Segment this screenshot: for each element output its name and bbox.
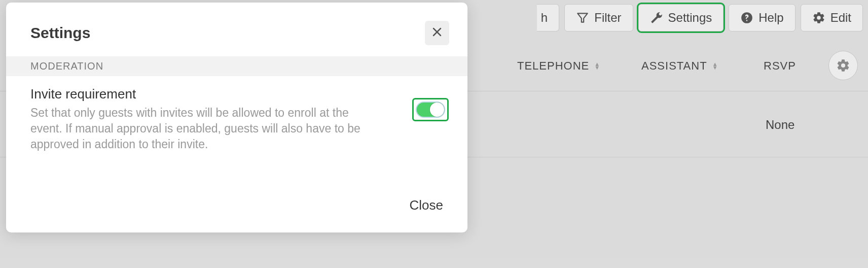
column-assistant-label: ASSISTANT bbox=[641, 59, 707, 73]
edit-button[interactable]: Edit bbox=[801, 4, 863, 31]
svg-marker-0 bbox=[577, 13, 588, 22]
gear-icon bbox=[812, 11, 825, 24]
modal-close-link[interactable]: Close bbox=[410, 197, 443, 213]
filter-icon bbox=[576, 11, 589, 24]
setting-description: Set that only guests with invites will b… bbox=[30, 105, 375, 152]
wrench-icon bbox=[650, 11, 663, 24]
settings-label: Settings bbox=[668, 11, 712, 25]
help-label: Help bbox=[758, 11, 783, 25]
column-telephone[interactable]: TELEPHONE ▲▼ bbox=[517, 59, 600, 73]
filter-label: Filter bbox=[594, 11, 621, 25]
invite-requirement-toggle[interactable] bbox=[416, 102, 445, 118]
column-telephone-label: TELEPHONE bbox=[517, 59, 589, 73]
modal-body: Invite requirement Set that only guests … bbox=[6, 76, 467, 157]
toolbar-partial-label: h bbox=[541, 11, 548, 25]
column-rsvp-label: RSVP bbox=[764, 59, 796, 73]
column-assistant[interactable]: ASSISTANT ▲▼ bbox=[641, 59, 718, 73]
help-button[interactable]: Help bbox=[729, 4, 795, 31]
toggle-knob bbox=[430, 103, 444, 117]
toggle-highlight bbox=[414, 99, 447, 120]
settings-modal: Settings MODERATION Invite requirement S… bbox=[6, 3, 467, 232]
modal-footer: Close bbox=[6, 197, 467, 232]
filter-button[interactable]: Filter bbox=[564, 4, 633, 31]
toolbar-button-partial[interactable]: h bbox=[537, 4, 559, 31]
edit-label: Edit bbox=[830, 11, 851, 25]
modal-header: Settings bbox=[6, 3, 467, 56]
modal-title: Settings bbox=[30, 24, 90, 42]
close-icon bbox=[431, 26, 443, 40]
settings-button[interactable]: Settings bbox=[638, 4, 724, 31]
column-rsvp[interactable]: RSVP bbox=[764, 59, 796, 73]
modal-close-button[interactable] bbox=[425, 21, 449, 45]
sort-icon: ▲▼ bbox=[712, 62, 718, 70]
modal-section-label: MODERATION bbox=[6, 56, 467, 76]
toolbar: h Filter Settings Help Edit bbox=[537, 4, 863, 31]
sort-icon: ▲▼ bbox=[594, 62, 600, 70]
setting-text: Invite requirement Set that only guests … bbox=[30, 86, 399, 152]
help-icon bbox=[740, 11, 753, 24]
setting-title: Invite requirement bbox=[30, 86, 399, 102]
table-settings-gear[interactable] bbox=[828, 51, 858, 80]
rsvp-value: None bbox=[766, 118, 794, 132]
